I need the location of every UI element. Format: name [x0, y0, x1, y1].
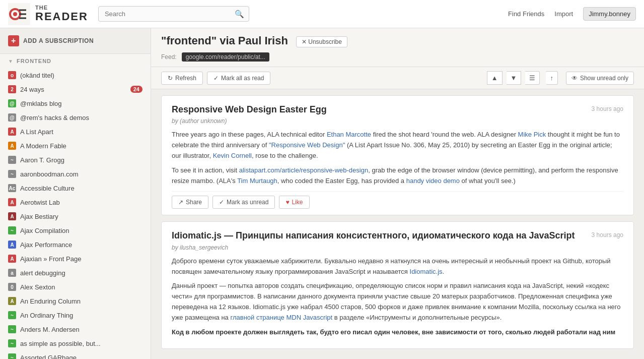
rwd-link[interactable]: "Responsive Web Design" — [269, 141, 345, 149]
idiomatic-link[interactable]: Idiomatic.js — [410, 268, 443, 275]
nav-up-button[interactable]: ↑ — [546, 71, 558, 85]
sidebar-item-alist[interactable]: A A List Apart — [0, 125, 151, 139]
chevron-down-icon: ▼ — [8, 58, 14, 64]
sidebar-item-label: Ajax Performance — [20, 241, 72, 249]
tim-link[interactable]: Tim Murtaugh — [237, 177, 277, 185]
kevin-link[interactable]: Kevin Cornell — [213, 152, 252, 159]
section-label: FRONTEND — [17, 58, 51, 64]
add-subscription-button[interactable]: + ADD A SUBSCRIPTION — [0, 28, 151, 54]
sidebar-favicon: 0 — [8, 283, 16, 291]
find-friends-link[interactable]: Find Friends — [508, 10, 544, 18]
refresh-icon: ↻ — [168, 75, 173, 82]
sidebar-favicon: @ — [8, 99, 16, 107]
sidebar-item-label: Ajax Compilation — [20, 227, 69, 234]
sidebar-item-label: Ajaxian » Front Page — [20, 255, 81, 263]
article-author: by ilusha_sergeevich — [172, 244, 623, 251]
refresh-button[interactable]: ↻ Refresh — [161, 72, 203, 85]
article-header: Idiomatic.js — Принципы написания консис… — [172, 230, 623, 242]
articles-list: Responsive Web Design Easter Egg 3 hours… — [151, 89, 644, 359]
sidebar-item-alertdebug[interactable]: a alert debugging — [0, 266, 151, 280]
sidebar-item-ajaxcompilation[interactable]: ~ Ajax Compilation — [0, 223, 151, 237]
check-icon: ✓ — [213, 75, 219, 82]
article-body: Доброго времени суток уважаемые хабрижит… — [172, 256, 623, 338]
sidebar-item-alexsexton[interactable]: 0 Alex Sexton — [0, 280, 151, 294]
logo-text: THE READER — [35, 5, 88, 23]
sidebar-item-enduringcol[interactable]: A An Enduring Column — [0, 294, 151, 308]
article-card: Idiomatic.js — Принципы написания консис… — [161, 221, 634, 349]
sidebar-item-label: A Modern Fable — [20, 142, 66, 150]
video-link[interactable]: handy video demo — [406, 177, 460, 185]
ethan-link[interactable]: Ethan Marcotte — [327, 131, 371, 138]
sidebar-item-andersm[interactable]: ~ Anders M. Andersen — [0, 322, 151, 336]
sidebar-favicon: ~ — [8, 311, 16, 319]
sidebar-item-accessible[interactable]: Ac Accessible Culture — [0, 181, 151, 195]
article-time: 3 hours ago — [592, 230, 623, 238]
unsubscribe-button[interactable]: ✕ Unsubscribe — [296, 36, 347, 47]
article-title[interactable]: Idiomatic.js — Принципы написания консис… — [172, 230, 582, 242]
mark-all-read-button[interactable]: ✓ Mark all as read — [207, 72, 270, 85]
mark-unread-button[interactable]: ✓ Mark as unread — [212, 196, 275, 209]
sidebar-item-label: @mklabs blog — [20, 100, 62, 107]
sidebar-favicon: o — [8, 71, 16, 79]
article-actions: ↗ Share ✓ Mark as unread ♥ Like — [172, 191, 623, 209]
feed-url: google.com/reader/public/at... — [182, 52, 269, 62]
feed-label: Feed: — [161, 53, 177, 61]
unread-badge: 24 — [130, 86, 142, 93]
sidebar-item-aaron[interactable]: ~ Aaron T. Grogg — [0, 153, 151, 167]
header-nav: Find Friends Import Jimmy.bonney — [508, 7, 636, 21]
nav-prev-button[interactable]: ▲ — [487, 71, 503, 85]
nav-next-button[interactable]: ▼ — [507, 71, 522, 85]
add-subscription-label: ADD A SUBSCRIPTION — [23, 37, 94, 44]
sidebar-item-assimpleposs[interactable]: ~ as simple as possible, but... — [0, 336, 151, 350]
sidebar-favicon: Ac — [8, 184, 16, 192]
sidebar-item-label: A List Apart — [20, 128, 53, 136]
nav-list-button[interactable]: ☰ — [525, 71, 540, 85]
toolbar: ↻ Refresh ✓ Mark all as read ▲ ▼ ☰ ↑ 👁 S… — [151, 67, 644, 89]
sidebar-favicon: A — [8, 142, 16, 150]
sidebar-item-ajaxbestiary[interactable]: A Ajax Bestiary — [0, 209, 151, 223]
logo[interactable]: THE READER — [8, 3, 88, 25]
user-menu[interactable]: Jimmy.bonney — [583, 7, 636, 21]
feed-url-row: Feed: google.com/reader/public/at... — [161, 52, 634, 62]
feed-header: "frontend" via Paul Irish ✕ Unsubscribe … — [151, 28, 644, 67]
sidebar-item-label: aaronboodman.com — [20, 170, 79, 178]
like-button[interactable]: ♥ Like — [279, 196, 309, 209]
sidebar-items: o (okänd titel) 2 24 ways 24 @ @mklabs b… — [0, 68, 151, 359]
sidebar-item-ajaxian[interactable]: A Ajaxian » Front Page — [0, 252, 151, 266]
sidebar-item-aerotwist[interactable]: A Aerotwist Lab — [0, 195, 151, 209]
sidebar-item-assortedgar[interactable]: ~ Assorted GARbage — [0, 350, 151, 359]
feed-title: "frontend" via Paul Irish — [161, 34, 288, 47]
sidebar-item-24ways[interactable]: 2 24 ways 24 — [0, 82, 151, 96]
sidebar-favicon: ~ — [8, 325, 16, 333]
share-button[interactable]: ↗ Share — [172, 196, 208, 209]
share-icon: ↗ — [178, 199, 183, 206]
sidebar-favicon: ~ — [8, 226, 16, 234]
alist-link[interactable]: alistapart.com/article/responsive-web-de… — [239, 166, 369, 174]
sidebar-item-label: Aaron T. Grogg — [20, 156, 64, 164]
logo-icon — [8, 3, 30, 25]
mikepick-link[interactable]: Mike Pick — [518, 131, 546, 138]
sidebar-item-modernfable[interactable]: A A Modern Fable — [0, 139, 151, 153]
sidebar-favicon: 2 — [8, 85, 16, 93]
sidebar-item-ajaxperf[interactable]: A Ajax Performance — [0, 237, 151, 252]
sidebar-item-mklabs[interactable]: @ @mklabs blog — [0, 96, 151, 110]
sidebar-favicon: ~ — [8, 339, 16, 347]
sidebar-favicon: a — [8, 269, 16, 277]
import-link[interactable]: Import — [554, 10, 573, 18]
sidebar-item-label: An Enduring Column — [20, 297, 81, 305]
sidebar-item-label: Accessible Culture — [20, 185, 75, 192]
sidebar-item-label: Anders M. Andersen — [20, 326, 80, 333]
search-input[interactable] — [98, 6, 249, 22]
article-title[interactable]: Responsive Web Design Easter Egg — [172, 104, 582, 115]
sidebar-item-aaronboodman[interactable]: ~ aaronboodman.com — [0, 167, 151, 181]
mdn-link[interactable]: главной странице MDN Javascript — [230, 314, 332, 321]
sidebar-item-rems[interactable]: @ @rem's hacks & demos — [0, 110, 151, 125]
sidebar-favicon: ~ — [8, 156, 16, 164]
sidebar-item-okand[interactable]: o (okänd titel) — [0, 68, 151, 82]
section-frontend[interactable]: ▼ FRONTEND — [0, 54, 151, 68]
show-unread-button[interactable]: 👁 Show unread only — [566, 72, 634, 85]
sidebar-favicon: A — [8, 255, 16, 263]
article-card: Responsive Web Design Easter Egg 3 hours… — [161, 95, 634, 215]
sidebar-favicon: ~ — [8, 170, 16, 178]
sidebar-item-ordinarything[interactable]: ~ An Ordinary Thing — [0, 308, 151, 322]
